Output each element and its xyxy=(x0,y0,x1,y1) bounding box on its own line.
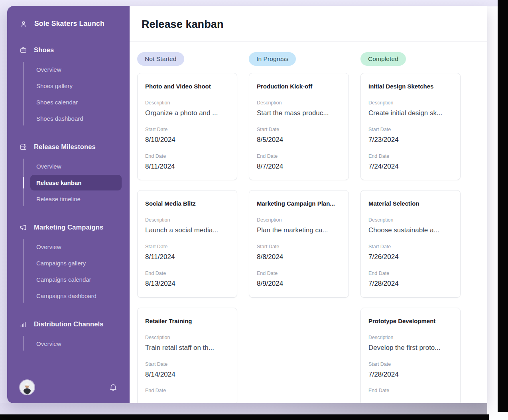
card-field-label: Start Date xyxy=(368,127,453,133)
card-title: Material Selection xyxy=(368,200,453,207)
card-start-date-field: Start Date 8/14/2024 xyxy=(145,361,229,379)
card-field-label: End Date xyxy=(368,153,453,159)
sidebar-item[interactable]: Campaigns dashboard xyxy=(30,288,122,304)
card-start-date-field: Start Date 8/11/2024 xyxy=(145,244,229,262)
sidebar-section: Marketing Campaigns Overview Campaigns g… xyxy=(7,220,130,307)
card-end-date-field: End Date 8/7/2024 xyxy=(257,153,341,171)
card-description-field: Description Choose sustainable a... xyxy=(368,217,453,235)
card-start-date: 8/8/2024 xyxy=(257,252,341,262)
kanban-card[interactable]: Initial Design Sketches Description Crea… xyxy=(360,73,461,180)
card-description-field: Description Launch a social media... xyxy=(145,217,229,235)
card-description: Start the mass produc... xyxy=(257,108,341,118)
kanban-board: Not Started Photo and Video Shoot Descri… xyxy=(130,42,487,403)
card-description-field: Description Plan the marketing ca... xyxy=(257,217,341,235)
card-field-label: Description xyxy=(145,335,229,341)
card-description: Train retail staff on th... xyxy=(145,343,229,353)
card-field-label: Description xyxy=(257,100,341,106)
card-field-label: End Date xyxy=(257,153,341,159)
card-field-label: Description xyxy=(145,100,229,106)
card-field-label: Description xyxy=(368,100,453,106)
card-field-label: End Date xyxy=(368,271,453,277)
card-description: Plan the marketing ca... xyxy=(257,226,341,235)
card-description: Develop the first proto... xyxy=(368,343,453,353)
column-status-badge: Not Started xyxy=(137,52,184,66)
sidebar-section-label: Release Milestones xyxy=(34,143,96,151)
card-end-date: 8/7/2024 xyxy=(257,162,341,171)
card-field-label: Start Date xyxy=(145,244,229,250)
sidebar-item[interactable]: Shoes dashboard xyxy=(30,111,122,126)
kanban-card[interactable]: Social Media Blitz Description Launch a … xyxy=(137,190,237,297)
column-cards: Production Kick-off Description Start th… xyxy=(249,73,349,298)
sidebar-section-label: Marketing Campaigns xyxy=(34,224,103,231)
sidebar-item[interactable]: Release timeline xyxy=(30,191,122,207)
main-content: Release kanban Not Started Photo and Vid… xyxy=(130,6,487,403)
page-header: Release kanban xyxy=(130,6,487,42)
card-end-date-field: End Date xyxy=(145,388,229,396)
sidebar-section-label: Shoes xyxy=(34,46,54,54)
megaphone-icon xyxy=(20,224,27,231)
sidebar-item[interactable]: Overview xyxy=(30,239,122,255)
card-description-field: Description Organize a photo and ... xyxy=(145,100,229,118)
sidebar-section-items: Overview Shoes gallery Shoes calendar Sh… xyxy=(7,60,130,130)
sidebar-item[interactable]: Overview xyxy=(30,159,122,174)
calendar-icon xyxy=(20,143,27,151)
card-start-date: 7/26/2024 xyxy=(368,252,453,262)
card-field-label: Start Date xyxy=(368,361,453,367)
sidebar-section: Release Milestones Overview Release kanb… xyxy=(7,139,130,210)
card-field-label: Description xyxy=(368,217,453,223)
kanban-card[interactable]: Prototype Development Description Develo… xyxy=(360,308,461,403)
card-end-date-field: End Date 8/9/2024 xyxy=(257,271,341,289)
sidebar-section-items: Overview Release kanban Release timeline xyxy=(7,157,130,210)
kanban-card[interactable]: Production Kick-off Description Start th… xyxy=(249,73,349,180)
card-description: Organize a photo and ... xyxy=(145,108,229,118)
screen-artifact-bottom-black-bar xyxy=(0,414,489,420)
card-field-label: Description xyxy=(257,217,341,223)
sidebar-item[interactable]: Overview xyxy=(30,336,122,351)
card-field-label: Description xyxy=(145,217,229,223)
card-field-label: Start Date xyxy=(145,361,229,367)
sidebar-section-header[interactable]: Marketing Campaigns xyxy=(7,220,130,235)
card-description: Choose sustainable a... xyxy=(368,226,453,235)
card-field-label: End Date xyxy=(145,388,229,394)
column-cards: Initial Design Sketches Description Crea… xyxy=(360,73,461,403)
kanban-card[interactable]: Material Selection Description Choose su… xyxy=(360,190,461,297)
card-field-label: End Date xyxy=(257,271,341,277)
card-field-label: Start Date xyxy=(145,127,229,133)
kanban-card[interactable]: Retailer Training Description Train reta… xyxy=(137,308,237,403)
card-description: Create initial design sk... xyxy=(368,108,453,118)
sidebar-item[interactable]: Shoes calendar xyxy=(30,94,122,110)
card-start-date-field: Start Date 7/28/2024 xyxy=(368,361,453,379)
card-title: Social Media Blitz xyxy=(145,200,229,207)
card-start-date-field: Start Date 7/26/2024 xyxy=(368,244,453,262)
sidebar-footer xyxy=(7,375,130,403)
notifications-bell-icon[interactable] xyxy=(109,383,118,392)
kanban-column: Not Started Photo and Video Shoot Descri… xyxy=(137,52,237,403)
kanban-card[interactable]: Marketing Campaign Plan... Description P… xyxy=(249,190,349,297)
card-field-label: Start Date xyxy=(257,127,341,133)
card-start-date: 8/10/2024 xyxy=(145,135,229,145)
sidebar-section-header[interactable]: Release Milestones xyxy=(7,139,130,155)
card-field-label: End Date xyxy=(145,153,229,159)
sidebar-section-items: Overview xyxy=(7,334,130,355)
card-end-date: 8/11/2024 xyxy=(145,162,229,171)
sidebar-item[interactable]: Campaigns calendar xyxy=(30,272,122,287)
bar-chart-icon xyxy=(20,320,27,328)
workspace-header[interactable]: Sole Skaters Launch xyxy=(7,15,130,33)
card-start-date-field: Start Date 7/23/2024 xyxy=(368,127,453,145)
sidebar-item-active[interactable]: Release kanban xyxy=(30,175,122,190)
column-status-badge: In Progress xyxy=(249,52,296,66)
sidebar-item[interactable]: Overview xyxy=(30,62,122,77)
card-title: Production Kick-off xyxy=(257,83,341,90)
sidebar-section-header[interactable]: Distribution Channels xyxy=(7,316,130,332)
column-cards: Photo and Video Shoot Description Organi… xyxy=(137,73,237,403)
sidebar-section-items: Overview Campaigns gallery Campaigns cal… xyxy=(7,237,130,307)
card-description-field: Description Start the mass produc... xyxy=(257,100,341,118)
sidebar-section-header[interactable]: Shoes xyxy=(7,42,130,58)
card-end-date: 8/13/2024 xyxy=(145,279,229,289)
user-avatar[interactable] xyxy=(20,380,34,394)
sidebar-section-label: Distribution Channels xyxy=(34,320,104,328)
sidebar-item[interactable]: Shoes gallery xyxy=(30,78,122,94)
sidebar-item[interactable]: Campaigns gallery xyxy=(30,255,122,271)
kanban-card[interactable]: Photo and Video Shoot Description Organi… xyxy=(137,73,237,180)
sidebar: Sole Skaters Launch Shoes Overview Shoes… xyxy=(7,6,130,403)
